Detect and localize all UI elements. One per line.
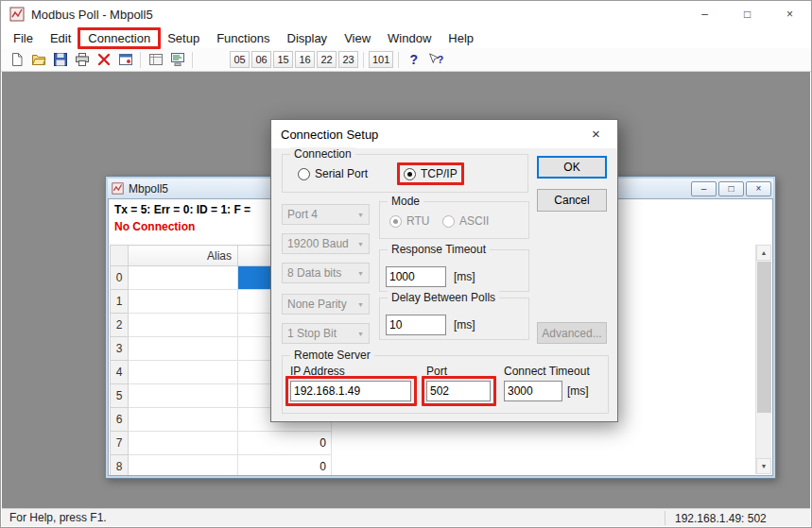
disconnect-icon <box>96 52 112 67</box>
menu-display[interactable]: Display <box>279 29 337 47</box>
child-close-button[interactable]: × <box>746 181 771 196</box>
mode-group-label: Mode <box>388 195 423 208</box>
menu-view[interactable]: View <box>336 29 379 47</box>
context-help-button[interactable]: ? <box>424 49 446 70</box>
func-05-button[interactable]: 05 <box>230 51 250 68</box>
chevron-down-icon: ▼ <box>357 206 364 225</box>
poll-definition-button[interactable] <box>145 49 166 70</box>
dialog-body: Connection Serial Port TCP/IP OK Cancel … <box>271 148 617 421</box>
chevron-down-icon: ▼ <box>357 264 364 283</box>
save-button[interactable] <box>49 49 71 70</box>
ip-address-input[interactable] <box>290 381 411 401</box>
child-restore-button[interactable]: □ <box>718 181 744 196</box>
maximize-button[interactable]: □ <box>726 1 769 27</box>
alias-cell[interactable] <box>129 361 238 384</box>
row-number: 6 <box>111 408 129 432</box>
scroll-down-arrow[interactable]: ▼ <box>756 458 771 474</box>
communication-traffic-button[interactable] <box>166 49 188 70</box>
baud-rate-select-value: 19200 Baud <box>287 237 349 250</box>
row-number: 2 <box>111 314 129 337</box>
window-controls: – □ × <box>683 1 811 27</box>
tcpip-radio[interactable]: TCP/IP <box>404 167 458 180</box>
menu-file[interactable]: File <box>5 29 42 47</box>
connection-group: Connection Serial Port TCP/IP <box>282 154 528 193</box>
cancel-button[interactable]: Cancel <box>537 189 607 212</box>
help-icon: ? <box>410 52 419 67</box>
minimize-button[interactable]: – <box>683 1 726 27</box>
open-file-icon <box>31 52 46 67</box>
toolbar-separator <box>192 52 193 68</box>
chevron-down-icon: ▼ <box>357 235 364 254</box>
child-window-title: Mbpoll5 <box>129 182 168 196</box>
response-timeout-input[interactable] <box>386 266 446 287</box>
func-22-button[interactable]: 22 <box>317 51 337 68</box>
alias-cell[interactable] <box>129 314 238 337</box>
alias-cell[interactable] <box>129 266 238 290</box>
serial-port-radio[interactable]: Serial Port <box>298 167 368 180</box>
menu-window[interactable]: Window <box>379 29 440 47</box>
value-cell[interactable]: 0 <box>238 455 332 477</box>
disconnect-button[interactable] <box>93 49 114 70</box>
remote-server-label: Remote Server <box>290 349 374 362</box>
menubar: File Edit Connection Setup Functions Dis… <box>1 27 811 48</box>
poll-definition-icon <box>148 52 164 67</box>
help-button[interactable]: ? <box>403 49 424 70</box>
row-number: 7 <box>111 432 129 455</box>
connection-setup-button[interactable] <box>114 49 136 70</box>
chevron-down-icon: ▼ <box>357 296 364 315</box>
scrollbar-thumb[interactable] <box>757 262 771 413</box>
vertical-scrollbar[interactable]: ▲ ▼ <box>755 245 771 474</box>
status-help-text: For Help, press F1. <box>9 511 107 524</box>
menu-functions[interactable]: Functions <box>208 29 278 47</box>
connection-setup-dialog: Connection Setup × Connection Serial Por… <box>270 119 618 422</box>
radio-icon <box>442 215 455 228</box>
communication-traffic-icon <box>170 52 185 67</box>
new-file-button[interactable] <box>6 49 27 70</box>
menu-connection[interactable]: Connection <box>79 29 159 47</box>
alias-cell[interactable] <box>129 408 238 432</box>
menu-setup[interactable]: Setup <box>159 29 208 47</box>
data-bits-select-value: 8 Data bits <box>287 266 341 280</box>
delay-between-polls-input[interactable] <box>386 315 446 335</box>
print-icon <box>75 52 90 67</box>
connect-timeout-unit: [ms] <box>567 384 589 398</box>
rtu-radio: RTU <box>389 214 429 228</box>
ok-button[interactable]: OK <box>537 156 607 179</box>
row-number: 0 <box>111 266 129 290</box>
grid-header-alias[interactable]: Alias <box>129 246 238 266</box>
connect-timeout-input[interactable] <box>504 381 562 401</box>
delay-between-polls-unit: [ms] <box>454 318 475 332</box>
menu-edit[interactable]: Edit <box>42 29 79 47</box>
grid-row-7: 7 0 <box>111 432 332 455</box>
alias-cell[interactable] <box>129 384 238 408</box>
value-cell[interactable]: 0 <box>238 432 332 455</box>
poll-stats-line: Tx = 5: Err = 0: ID = 1: F = <box>114 203 251 216</box>
menu-help[interactable]: Help <box>440 29 482 47</box>
radio-icon <box>298 168 310 180</box>
alias-cell[interactable] <box>129 290 238 314</box>
port-input[interactable] <box>426 381 491 401</box>
alias-cell[interactable] <box>129 432 238 455</box>
grid-row-8: 8 0 <box>111 455 332 477</box>
titlebar: Modbus Poll - Mbpoll5 – □ × <box>1 1 811 27</box>
row-number: 1 <box>111 290 129 314</box>
func-16-button[interactable]: 16 <box>295 51 315 68</box>
dialog-titlebar[interactable]: Connection Setup × <box>271 120 617 148</box>
response-timeout-group: Response Timeout [ms] <box>379 249 529 292</box>
func-23-button[interactable]: 23 <box>338 51 358 68</box>
func-06-button[interactable]: 06 <box>251 51 271 68</box>
print-button[interactable] <box>71 49 93 70</box>
dialog-close-button[interactable]: × <box>575 120 617 147</box>
alias-cell[interactable] <box>129 337 238 361</box>
radio-checked-icon <box>389 215 402 228</box>
func-15-button[interactable]: 15 <box>273 51 293 68</box>
func-101-button[interactable]: 101 <box>369 51 393 68</box>
statusbar: For Help, press F1. 192.168.1.49: 502 <box>2 508 810 526</box>
new-file-icon <box>9 52 25 67</box>
scroll-up-arrow[interactable]: ▲ <box>756 245 771 261</box>
open-file-button[interactable] <box>27 49 49 70</box>
child-minimize-button[interactable]: – <box>691 181 717 196</box>
ascii-radio: ASCII <box>442 214 489 228</box>
close-button[interactable]: × <box>769 1 811 27</box>
alias-cell[interactable] <box>129 455 238 477</box>
